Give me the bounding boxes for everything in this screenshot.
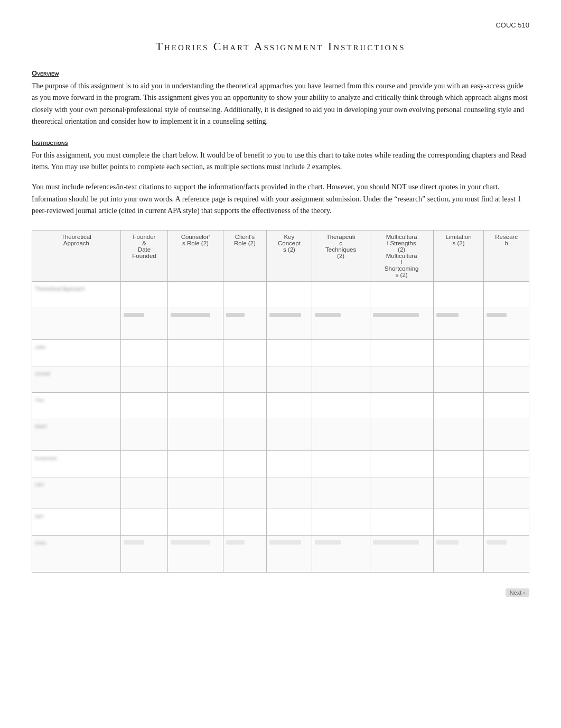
- pagination-next[interactable]: Next ›: [506, 588, 529, 597]
- row-cell: [312, 308, 370, 339]
- row-cell: [223, 281, 266, 308]
- row-cell: [484, 450, 529, 477]
- table-row: Gestalt: [32, 366, 529, 392]
- row-cell: [267, 477, 312, 509]
- row-cell: [370, 281, 433, 308]
- col-theoretical-approach: TheoreticalApproach: [32, 230, 121, 281]
- row-label-3: Adler: [32, 339, 121, 366]
- row-cell: [370, 366, 433, 392]
- table-row: This.: [32, 392, 529, 419]
- row-cell: [433, 419, 484, 450]
- row-label-5: This.: [32, 392, 121, 419]
- table-row: [32, 308, 529, 339]
- table-row: Solut.: [32, 535, 529, 572]
- row-cell: [312, 477, 370, 509]
- row-cell: [267, 419, 312, 450]
- row-cell: [267, 308, 312, 339]
- col-research: Research: [484, 230, 529, 281]
- row-cell: [484, 308, 529, 339]
- table-row: Existential: [32, 450, 529, 477]
- row-cell: [267, 392, 312, 419]
- row-cell: [223, 477, 266, 509]
- table-row: REBT: [32, 419, 529, 450]
- row-cell: [433, 535, 484, 572]
- row-cell: [168, 477, 223, 509]
- row-cell: [168, 366, 223, 392]
- row-cell: [267, 366, 312, 392]
- overview-heading: Overview: [32, 69, 529, 77]
- row-cell: [370, 477, 433, 509]
- row-cell: [120, 366, 168, 392]
- row-cell: [223, 392, 266, 419]
- row-cell: [370, 392, 433, 419]
- row-cell: [223, 450, 266, 477]
- row-cell: [267, 450, 312, 477]
- table-row: Theoretical Approach: [32, 281, 529, 308]
- row-cell: [312, 339, 370, 366]
- table-row: DBT: [32, 509, 529, 535]
- instructions-heading: Instructions: [32, 139, 529, 146]
- row-cell: [168, 419, 223, 450]
- row-cell: [433, 308, 484, 339]
- row-cell: [267, 509, 312, 535]
- row-label-10: Solut.: [32, 535, 121, 572]
- row-cell: [433, 281, 484, 308]
- row-cell: [312, 392, 370, 419]
- row-cell: [223, 419, 266, 450]
- row-cell: [312, 450, 370, 477]
- row-cell: [223, 535, 266, 572]
- row-cell: [484, 339, 529, 366]
- row-cell: [484, 366, 529, 392]
- row-label-1: Theoretical Approach: [32, 281, 121, 308]
- col-multicultural: Multicultural Strengths(2)MulticulturalS…: [370, 230, 433, 281]
- row-cell: [267, 339, 312, 366]
- row-cell: [433, 366, 484, 392]
- col-clients-role: Client'sRole (2): [223, 230, 266, 281]
- row-cell: [370, 419, 433, 450]
- row-cell: [370, 450, 433, 477]
- overview-body: The purpose of this assignment is to aid…: [32, 80, 529, 128]
- row-cell: [267, 281, 312, 308]
- row-cell: [223, 308, 266, 339]
- row-cell: [312, 535, 370, 572]
- row-cell: [223, 366, 266, 392]
- row-cell: [120, 339, 168, 366]
- row-cell: [484, 392, 529, 419]
- row-cell: [312, 281, 370, 308]
- col-counselors-role: Counselor's Role (2): [168, 230, 223, 281]
- col-key-concepts: KeyConcepts (2): [267, 230, 312, 281]
- row-cell: [168, 281, 223, 308]
- row-cell: [120, 419, 168, 450]
- table-header-row: TheoreticalApproach Founder&DateFounded …: [32, 230, 529, 281]
- row-cell: [168, 535, 223, 572]
- row-label-6: REBT: [32, 419, 121, 450]
- row-cell: [120, 477, 168, 509]
- row-cell: [370, 535, 433, 572]
- row-cell: [120, 509, 168, 535]
- row-cell: [120, 281, 168, 308]
- row-cell: [433, 509, 484, 535]
- row-cell: [433, 392, 484, 419]
- col-therapeutic-techniques: TherapeuticTechniques(2): [312, 230, 370, 281]
- row-label-7: Existential: [32, 450, 121, 477]
- row-cell: [120, 450, 168, 477]
- table-row: Adler: [32, 339, 529, 366]
- row-cell: [433, 450, 484, 477]
- row-cell: [223, 339, 266, 366]
- row-cell: [168, 450, 223, 477]
- instructions-section: Instructions For this assignment, you mu…: [32, 139, 529, 217]
- row-label-8: CBT: [32, 477, 121, 509]
- row-cell: [312, 419, 370, 450]
- row-cell: [370, 308, 433, 339]
- row-cell: [168, 339, 223, 366]
- instructions-body-1: For this assignment, you must complete t…: [32, 150, 529, 173]
- row-cell: [370, 339, 433, 366]
- table-row: CBT: [32, 477, 529, 509]
- row-cell: [168, 392, 223, 419]
- row-cell: [484, 419, 529, 450]
- row-cell: [484, 477, 529, 509]
- row-cell: [168, 509, 223, 535]
- row-cell: [120, 392, 168, 419]
- theories-chart: TheoreticalApproach Founder&DateFounded …: [32, 230, 529, 573]
- row-cell: [120, 308, 168, 339]
